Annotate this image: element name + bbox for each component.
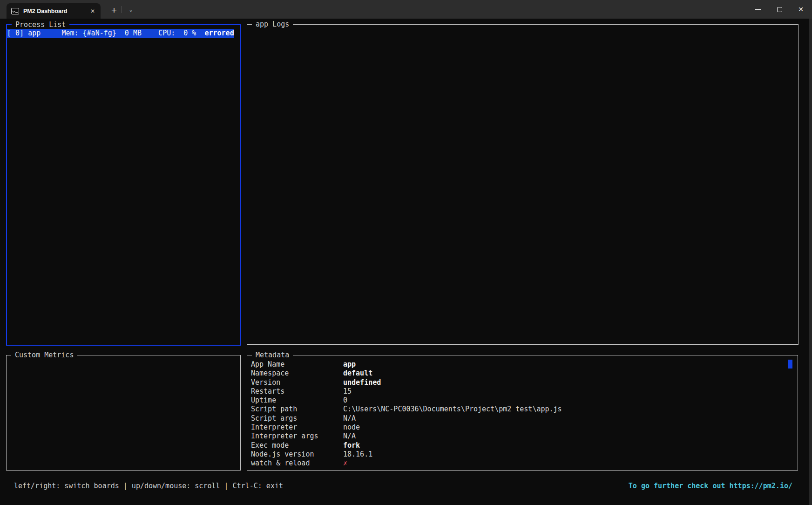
metadata-panel: Metadata App Nameapp Namespacedefault Ve… [247,355,798,471]
terminal-tab[interactable]: PM2 Dashboard ✕ [7,3,101,19]
process-row-selected[interactable]: [ 0] app Mem: {#aN-fg} 0 MB CPU: 0 % err… [7,29,234,38]
metadata-row-script-args: Script argsN/A [251,414,798,423]
custom-metrics-title: Custom Metrics [11,351,77,360]
terminal-screen: Process List [ 0] app Mem: {#aN-fg} 0 MB… [0,19,812,505]
titlebar: PM2 Dashboard ✕ + ⌄ ✕ [0,0,812,19]
metadata-row-app-name: App Nameapp [251,360,798,369]
metadata-row-script-path: Script pathC:\Users\NC-PC0036\Documents\… [251,405,798,414]
metadata-title: Metadata [252,351,293,360]
new-tab-button[interactable]: + [107,4,121,16]
metadata-row-watch-reload: watch & reload✗ [251,459,798,468]
command-prompt-icon [11,8,19,14]
metadata-row-restarts: Restarts15 [251,387,798,396]
terminal-scrollbar[interactable] [809,19,812,505]
metadata-row-namespace: Namespacedefault [251,369,798,378]
close-icon: ✕ [798,6,804,13]
close-button[interactable]: ✕ [790,0,812,19]
metadata-row-nodejs-version: Node.js version18.16.1 [251,450,798,459]
keybind-help-text: left/right: switch boards | up/down/mous… [14,482,283,491]
process-list-panel: Process List [ 0] app Mem: {#aN-fg} 0 MB… [6,24,241,346]
minimize-button[interactable] [747,0,769,19]
tab-dropdown-button[interactable]: ⌄ [124,4,138,16]
tab-title: PM2 Dashboard [23,8,90,14]
minimize-icon [755,9,761,10]
metadata-row-uptime: Uptime0 [251,396,798,405]
process-list-title: Process List [12,20,69,29]
process-row-text: [ 0] app Mem: {#aN-fg} 0 MB CPU: 0 % [7,29,204,37]
app-logs-panel: app Logs [247,24,798,345]
metadata-row-interpreter: Interpreternode [251,423,798,432]
metadata-rows: App Nameapp Namespacedefault Versionunde… [247,355,798,468]
maximize-button[interactable] [769,0,790,19]
tabbar-divider [122,6,122,13]
cross-icon: ✗ [343,459,347,468]
custom-metrics-panel: Custom Metrics [6,355,241,471]
metadata-scrollbar-thumb[interactable] [788,360,792,369]
metadata-row-exec-mode: Exec modefork [251,441,798,450]
pm2-link[interactable]: To go further check out https://pm2.io/ [629,482,792,491]
app-logs-title: app Logs [252,20,293,29]
maximize-icon [777,7,782,12]
process-status-errored: errored [204,29,234,37]
metadata-row-version: Versionundefined [251,378,798,387]
metadata-row-interpreter-args: Interpreter argsN/A [251,432,798,441]
tab-close-icon[interactable]: ✕ [90,8,95,14]
